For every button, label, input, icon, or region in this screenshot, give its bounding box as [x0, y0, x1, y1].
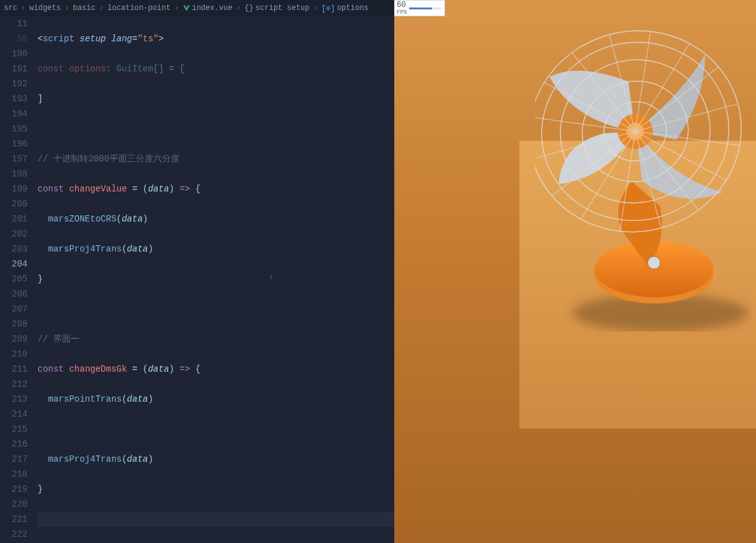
chevron-right-icon: › [21, 4, 26, 13]
line-number: 215 [0, 422, 28, 437]
line-number: 220 [0, 497, 28, 512]
code-line: } [38, 272, 394, 287]
fps-label: FPS [397, 9, 407, 16]
code-line [38, 121, 394, 136]
code-line [38, 302, 394, 317]
text-cursor-icon [270, 272, 272, 283]
code-line: <script setup lang="ts"> [38, 31, 394, 46]
brackets-icon: [⊙] [322, 4, 335, 13]
breadcrumb-item-script-setup[interactable]: {} script setup [245, 4, 310, 13]
code-line: // 界面一 [38, 332, 394, 347]
line-number: 195 [0, 121, 28, 136]
breadcrumb: src › widgets › basic › location-point ›… [0, 0, 394, 16]
code-content[interactable]: <script setup lang="ts"> const options: … [38, 16, 394, 543]
line-number: 197 [0, 151, 28, 166]
code-line [38, 422, 394, 437]
svg-point-3 [648, 256, 660, 269]
line-number: 213 [0, 392, 28, 407]
preview-pane[interactable]: 60 FPS [394, 0, 756, 543]
code-line: ] [38, 91, 394, 106]
breadcrumb-item-basic[interactable]: basic [73, 4, 95, 13]
line-number: 203 [0, 241, 28, 256]
code-line: } [38, 482, 394, 497]
line-number: 191 [0, 61, 28, 76]
vue-icon [183, 4, 190, 12]
code-line: const changeDmsGk = (data) => { [38, 362, 394, 377]
line-number: 58 [0, 31, 28, 46]
breadcrumb-item-src[interactable]: src [4, 4, 18, 13]
line-number: 193 [0, 91, 28, 106]
line-number: 206 [0, 287, 28, 302]
chevron-right-icon: › [64, 4, 69, 13]
line-number: 214 [0, 407, 28, 422]
line-number: 202 [0, 226, 28, 241]
breadcrumb-item-file[interactable]: index.vue [183, 4, 233, 13]
line-number-gutter: 11 58 190 191 192 193 194 195 196 197 19… [0, 16, 38, 543]
code-line: marsPointTrans(data) [38, 392, 394, 407]
line-number: 207 [0, 302, 28, 317]
editor-pane: src › widgets › basic › location-point ›… [0, 0, 394, 543]
chevron-right-icon: › [174, 4, 178, 13]
fan-3d-model[interactable] [535, 19, 756, 332]
code-line: marsProj4Trans(data) [38, 452, 394, 467]
code-line: marsZONEtoCRS(data) [38, 211, 394, 226]
chevron-right-icon: › [314, 4, 318, 13]
line-number: 212 [0, 377, 28, 392]
line-number: 221 [0, 512, 28, 527]
line-number: 217 [0, 452, 28, 467]
braces-icon: {} [245, 4, 253, 13]
fps-value: 60 [397, 1, 407, 9]
line-number: 196 [0, 136, 28, 151]
code-line: // 十进制转2000平面三分度六分度 [38, 151, 394, 166]
fps-overlay: 60 FPS [394, 0, 445, 16]
breadcrumb-item-options[interactable]: [⊙] options [322, 4, 369, 13]
line-number: 219 [0, 482, 28, 497]
line-number: 208 [0, 317, 28, 332]
breadcrumb-item-widgets[interactable]: widgets [29, 4, 61, 13]
code-line [38, 512, 394, 527]
line-number: 199 [0, 181, 28, 196]
line-number: 200 [0, 196, 28, 211]
line-number: 205 [0, 272, 28, 287]
line-number: 198 [0, 166, 28, 181]
code-line: const options: GuiItem[] = [ [38, 61, 394, 76]
line-number: 209 [0, 332, 28, 347]
line-number: 11 [0, 16, 28, 31]
line-number: 190 [0, 46, 28, 61]
line-number: 216 [0, 437, 28, 452]
code-line: marsProj4Trans(data) [38, 241, 394, 256]
line-number: 222 [0, 527, 28, 542]
code-editor[interactable]: 11 58 190 191 192 193 194 195 196 197 19… [0, 16, 394, 543]
line-number: 211 [0, 362, 28, 377]
chevron-right-icon: › [99, 4, 103, 13]
code-line: const changeValue = (data) => { [38, 181, 394, 196]
breadcrumb-item-location-point[interactable]: location-point [108, 4, 171, 13]
line-number: 204 [0, 256, 28, 272]
line-number: 210 [0, 347, 28, 362]
line-number: 218 [0, 467, 28, 482]
line-number: 194 [0, 106, 28, 121]
fps-bar [409, 8, 442, 9]
line-number: 201 [0, 211, 28, 226]
chevron-right-icon: › [237, 4, 241, 13]
line-number: 192 [0, 76, 28, 91]
